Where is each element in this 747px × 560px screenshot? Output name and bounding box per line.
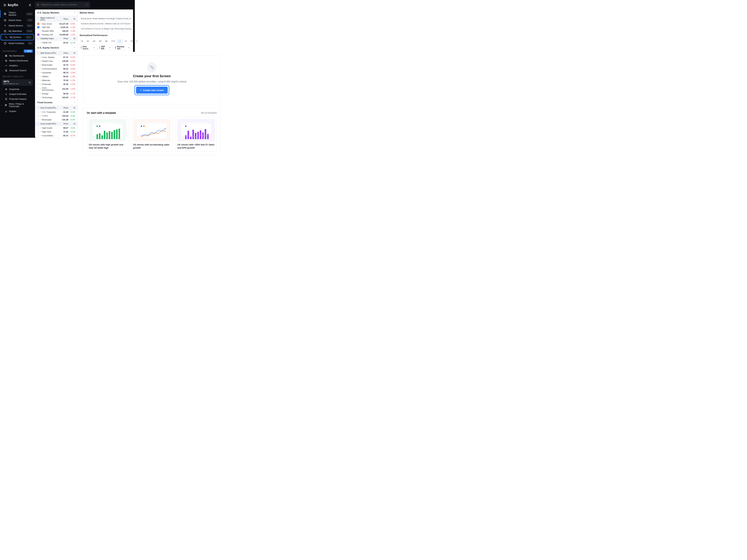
range-1M[interactable]: 1M [91, 39, 97, 43]
data-row[interactable]: Utilities58.03-1.0% [35, 75, 77, 78]
data-row[interactable]: Nasdaq 10014,560.88-1.5% [35, 33, 77, 36]
series-chip[interactable]: S&P 500✕ [98, 45, 112, 51]
data-row[interactable]: High Grade98.670.4% [35, 126, 77, 130]
data-row[interactable]: Communications66.52-0.9% [35, 67, 77, 71]
checkbox[interactable] [37, 107, 40, 109]
range-1Y[interactable]: 1Y [117, 39, 123, 43]
sec-snapshots[interactable]: ›Snapshots [0, 87, 34, 92]
brand-logo[interactable]: koyfin [3, 3, 18, 7]
dash-analytics[interactable]: ›Analytics [0, 63, 34, 68]
nav-market-movers[interactable]: Market MoversMOV [0, 23, 34, 28]
expand-icon[interactable] [73, 12, 75, 14]
svg-rect-8 [6, 56, 7, 57]
data-row[interactable]: Materials75.30-1.2% [35, 78, 77, 82]
dash-advanced-search[interactable]: ›Advanced Search [0, 68, 34, 73]
checkbox[interactable] [37, 34, 40, 36]
data-row[interactable]: Financials32.20-1.5% [35, 82, 77, 86]
data-row[interactable]: Energy90.26-1.7% [35, 92, 77, 96]
checkbox[interactable] [37, 75, 40, 77]
range-1[interactable]: 1 [135, 39, 139, 43]
data-row[interactable]: Dow Jones33,127.28-0.9% [35, 22, 77, 26]
series-chip[interactable]: Dow Jones✕ [79, 45, 96, 51]
data-row[interactable]: Cons. Discretionary151.69-1.6% [35, 86, 77, 92]
checkbox[interactable] [37, 83, 40, 85]
nav-model-portfolios[interactable]: Model PortfoliosMP [0, 41, 34, 46]
template-card[interactable]: US stocks with >20% fwd 2Y Sales and EPS… [175, 117, 217, 152]
checkbox[interactable] [37, 64, 40, 66]
nav-my-screens[interactable]: My ScreensMYS [1, 34, 33, 40]
checkbox[interactable] [37, 88, 40, 90]
range-3Y[interactable]: 3Y [123, 39, 128, 43]
data-row[interactable]: Health Care128.06-0.4% [35, 59, 77, 63]
data-row[interactable]: Russell 2000166.44-1.3% [35, 29, 77, 33]
checkbox[interactable] [37, 115, 40, 117]
checkbox[interactable] [37, 68, 40, 70]
checkbox[interactable] [37, 118, 40, 121]
chevron-right-icon: › [1, 104, 3, 106]
checkbox[interactable] [37, 60, 40, 62]
sec-analyst-estimates[interactable]: ›Analyst Estimates [0, 92, 34, 97]
remove-icon[interactable]: ✕ [128, 47, 130, 49]
checkbox[interactable] [37, 42, 40, 44]
series-chip[interactable]: Nasdaq 100✕ [113, 45, 131, 51]
remove-icon[interactable]: ✕ [93, 47, 95, 49]
data-row[interactable]: U.S. Treasuries21.680.4% [35, 110, 77, 114]
news-item[interactable]: Rising Bond Yields Weaken Exchange-Trade… [79, 16, 131, 21]
checkbox[interactable] [37, 111, 40, 113]
dash-my-dashboards[interactable]: ›My Dashboards [0, 53, 34, 58]
checkbox[interactable] [37, 127, 40, 129]
data-row[interactable]: CBOE VIX22.414.7% [35, 41, 77, 45]
data-row[interactable]: Industrials98.70-1.0% [35, 71, 77, 75]
data-row[interactable]: Technology163.94-1.7% [35, 96, 77, 99]
template-card[interactable]: US stocks with high growth and near 52-w… [87, 117, 128, 152]
see-all-templates-link[interactable]: See all templates [201, 112, 217, 114]
nav-icon [4, 30, 6, 32]
create-new-screen-button[interactable]: + Create new screen [136, 87, 168, 94]
template-card[interactable]: US stocks with accelerating sales growth [131, 117, 173, 152]
nav-today-s-markets[interactable]: Today's MarketsNOW [0, 10, 34, 18]
data-row[interactable]: Convertibles65.72-0.7% [35, 134, 77, 137]
checkbox[interactable] [37, 72, 40, 74]
checkbox[interactable] [37, 23, 40, 25]
sec-graphs[interactable]: ›Graphs [0, 109, 34, 114]
checkbox[interactable] [37, 134, 40, 136]
expand-icon[interactable] [73, 47, 75, 49]
news-item[interactable]: Investors Await Economic, Inflation Data… [79, 21, 131, 26]
collapse-sidebar-icon[interactable] [28, 3, 32, 7]
checkbox[interactable] [37, 79, 40, 81]
sec-news-filings-transcripts[interactable]: ›News, Filings & Transcripts [0, 102, 34, 109]
data-row[interactable]: High Yield71.930.2% [35, 130, 77, 134]
range-3M[interactable]: 3M [97, 39, 103, 43]
global-search[interactable]: / [35, 2, 90, 8]
nav-market-news[interactable]: Market NewsTOP [0, 18, 34, 23]
data-row[interactable]: T.I.P.S102.840.3% [35, 114, 77, 118]
checkbox[interactable] [37, 92, 40, 95]
news-item[interactable]: US Investors to Focus on Mega-Cap Techno… [79, 26, 131, 31]
checkbox[interactable] [37, 18, 40, 20]
expand-icon[interactable] [73, 102, 75, 104]
range-YTD[interactable]: YTD [110, 39, 117, 43]
sec-financial-analysis[interactable]: ›Financial Analysis [0, 97, 34, 102]
checkbox[interactable] [37, 37, 40, 39]
data-row[interactable]: Municipals101.380.3% [35, 118, 77, 122]
range-5Y[interactable]: 5Y [129, 39, 134, 43]
dash-market-dashboards[interactable]: ›Market Dashboards [0, 58, 34, 63]
checkbox[interactable] [37, 131, 40, 133]
range-5D[interactable]: 5D [85, 39, 91, 43]
remove-icon[interactable]: ✕ [109, 47, 111, 49]
range-1D[interactable]: 1D [79, 39, 84, 43]
security-selector[interactable]: META Meta Platforms, Inc. [2, 79, 33, 86]
checkbox[interactable] [37, 56, 40, 58]
data-row[interactable]: S&P 5004,224.16-1.3% [35, 26, 77, 29]
range-6M[interactable]: 6M [104, 39, 109, 43]
checkbox[interactable] [37, 30, 40, 32]
checkbox[interactable] [37, 96, 40, 98]
nav-my-watchlists[interactable]: My WatchlistsMYW [0, 28, 34, 34]
search-input[interactable] [41, 3, 84, 6]
checkbox[interactable] [37, 26, 40, 28]
checkbox[interactable] [37, 52, 40, 54]
new-dashboard-button[interactable]: + NEW [24, 50, 33, 53]
data-row[interactable]: Cons. Staples67.27-0.4% [35, 55, 77, 59]
checkbox[interactable] [37, 123, 40, 125]
data-row[interactable]: Real Estate32.75-0.5% [35, 63, 77, 67]
